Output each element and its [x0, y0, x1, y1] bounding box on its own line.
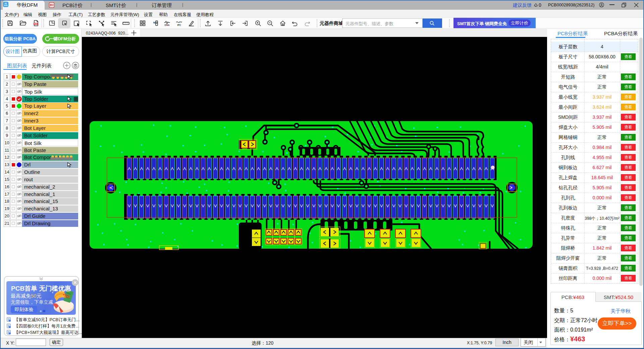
svg-text:H: H: [50, 3, 53, 7]
svg-text:Ohm: Ohm: [165, 24, 170, 26]
svg-text:NO: NO: [153, 21, 157, 24]
svg-text:HQ: HQ: [5, 3, 7, 4]
svg-text:IPC: IPC: [177, 24, 181, 26]
svg-text:PDF: PDF: [34, 23, 38, 25]
svg-text:DFM: DFM: [4, 5, 7, 6]
svg-text:!: !: [53, 3, 54, 7]
